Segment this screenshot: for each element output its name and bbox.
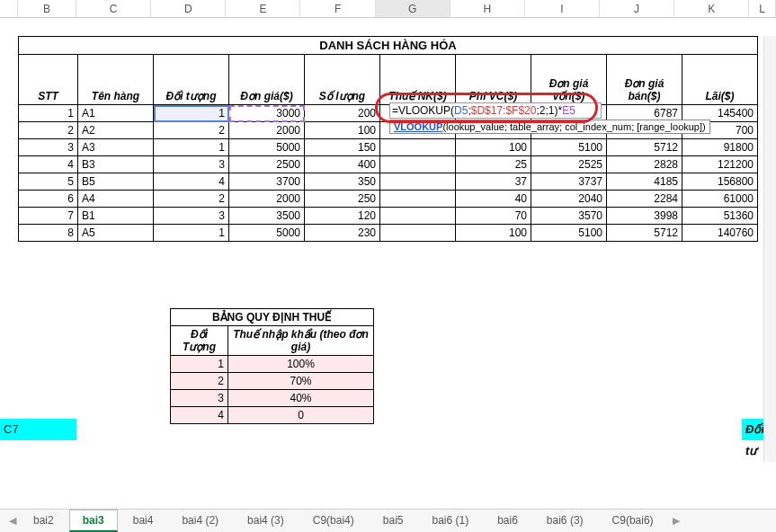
- cell[interactable]: 5100: [531, 225, 607, 242]
- cell[interactable]: 5000: [229, 225, 305, 242]
- tax-row[interactable]: 40: [171, 407, 374, 424]
- tab-prev-icon[interactable]: ◀: [5, 515, 20, 527]
- cell[interactable]: 37: [456, 173, 531, 191]
- sheet-tab-bai6 (3)[interactable]: bai6 (3): [533, 510, 597, 532]
- tax-row[interactable]: 270%: [171, 373, 374, 390]
- cell[interactable]: 3: [19, 139, 78, 156]
- table-row[interactable]: 3A3150001501005100571291800: [19, 139, 758, 156]
- cell[interactable]: 2000: [229, 122, 305, 139]
- cell[interactable]: 1: [154, 225, 229, 242]
- tax-val[interactable]: 40%: [228, 390, 374, 407]
- cell[interactable]: 3: [154, 208, 229, 225]
- cell[interactable]: 250: [305, 191, 380, 208]
- cell[interactable]: B5: [78, 173, 154, 191]
- cell[interactable]: 5712: [607, 225, 682, 242]
- col-G[interactable]: G: [376, 0, 450, 17]
- cell[interactable]: A5: [78, 225, 154, 242]
- cell[interactable]: 2525: [531, 156, 607, 173]
- cell[interactable]: [380, 156, 456, 173]
- col-H[interactable]: H: [450, 0, 525, 17]
- cell[interactable]: 3998: [607, 208, 682, 225]
- col-L[interactable]: L: [749, 0, 776, 17]
- table-row[interactable]: 5B5437003503737374185156800: [19, 173, 758, 191]
- cell[interactable]: 7: [19, 208, 78, 225]
- cell[interactable]: 3000: [229, 105, 305, 122]
- tab-next-icon[interactable]: ▶: [669, 515, 683, 527]
- vertical-scrollbar[interactable]: [763, 36, 776, 462]
- cell[interactable]: [380, 139, 456, 156]
- cell[interactable]: 2284: [607, 191, 682, 208]
- sheet-tab-C9(bai6)[interactable]: C9(bai6): [599, 510, 667, 532]
- tax-key[interactable]: 4: [171, 407, 228, 424]
- cell[interactable]: 1: [154, 139, 229, 156]
- tax-val[interactable]: 70%: [228, 373, 374, 390]
- cell[interactable]: [380, 173, 456, 191]
- tax-key[interactable]: 2: [171, 373, 228, 390]
- cell[interactable]: 100: [456, 225, 531, 242]
- cell[interactable]: 2828: [607, 156, 682, 173]
- cell[interactable]: 25: [456, 156, 531, 173]
- cell[interactable]: 200: [305, 105, 380, 122]
- sheet-tab-bai4 (3)[interactable]: bai4 (3): [234, 510, 298, 532]
- cell[interactable]: 3570: [531, 208, 607, 225]
- cell[interactable]: 5000: [229, 139, 305, 156]
- tax-key[interactable]: 1: [171, 356, 228, 373]
- col-J[interactable]: J: [600, 0, 674, 17]
- col-C[interactable]: C: [76, 0, 151, 17]
- sheet-tab-bai6 (1)[interactable]: bai6 (1): [418, 510, 482, 532]
- col-E[interactable]: E: [226, 0, 300, 17]
- cell[interactable]: 1: [154, 105, 229, 122]
- cell[interactable]: 1: [19, 105, 78, 122]
- table-row[interactable]: 6A422000250402040228461000: [19, 191, 758, 208]
- cell[interactable]: 2: [154, 191, 229, 208]
- sheet-tab-bai6[interactable]: bai6: [484, 510, 531, 532]
- col-K[interactable]: K: [674, 0, 749, 17]
- cell[interactable]: 2: [154, 122, 229, 139]
- cell[interactable]: [380, 225, 456, 242]
- cell[interactable]: 4185: [607, 173, 682, 191]
- table-row[interactable]: 7B133500120703570399851360: [19, 208, 758, 225]
- cell[interactable]: 61000: [682, 191, 758, 208]
- col-I[interactable]: I: [525, 0, 600, 17]
- cell[interactable]: 3737: [531, 173, 607, 191]
- cell[interactable]: 3700: [229, 173, 305, 191]
- cell[interactable]: 6: [19, 191, 78, 208]
- sheet-tab-bai5[interactable]: bai5: [370, 510, 417, 532]
- cell[interactable]: 3500: [229, 208, 305, 225]
- sheet-tab-bai3[interactable]: bai3: [69, 510, 118, 532]
- cell[interactable]: 400: [305, 156, 380, 173]
- tax-val[interactable]: 0: [228, 407, 374, 424]
- col-F[interactable]: F: [300, 0, 375, 17]
- cell[interactable]: A2: [78, 122, 154, 139]
- cell[interactable]: 150: [305, 139, 380, 156]
- sheet-tab-bai2[interactable]: bai2: [20, 510, 67, 532]
- cell[interactable]: B1: [78, 208, 154, 225]
- tax-val[interactable]: 100%: [228, 356, 374, 373]
- cell[interactable]: 2500: [229, 156, 305, 173]
- tax-row[interactable]: 340%: [171, 390, 374, 407]
- formula-edit-cell[interactable]: =VLOOKUP(D5;$D$17:$F$20;2;1)*E5: [389, 102, 602, 119]
- tax-key[interactable]: 3: [171, 390, 228, 407]
- cell[interactable]: 91800: [682, 139, 758, 156]
- cell[interactable]: 4: [19, 156, 78, 173]
- col-D[interactable]: D: [151, 0, 226, 17]
- cell[interactable]: [380, 208, 456, 225]
- sheet-tab-bai4 (2)[interactable]: bai4 (2): [168, 510, 232, 532]
- cell[interactable]: 121200: [682, 156, 758, 173]
- tax-row[interactable]: 1100%: [171, 356, 374, 373]
- hint-fn[interactable]: VLOOKUP: [394, 121, 442, 132]
- sheet-tab-bai4[interactable]: bai4: [120, 510, 167, 532]
- cell[interactable]: 2: [19, 122, 78, 139]
- cell[interactable]: 4: [154, 173, 229, 191]
- cell[interactable]: A3: [78, 139, 154, 156]
- col-B[interactable]: B: [18, 0, 76, 17]
- cell[interactable]: 5: [19, 173, 78, 191]
- cell[interactable]: [380, 191, 456, 208]
- cell[interactable]: 8: [19, 225, 78, 242]
- cell[interactable]: 140760: [682, 225, 758, 242]
- cell[interactable]: 2040: [531, 191, 607, 208]
- table-row[interactable]: 8A51500023010051005712140760: [19, 225, 758, 242]
- table-row[interactable]: 4B3325004002525252828121200: [19, 156, 758, 173]
- cell[interactable]: 40: [456, 191, 531, 208]
- cell[interactable]: 70: [456, 208, 531, 225]
